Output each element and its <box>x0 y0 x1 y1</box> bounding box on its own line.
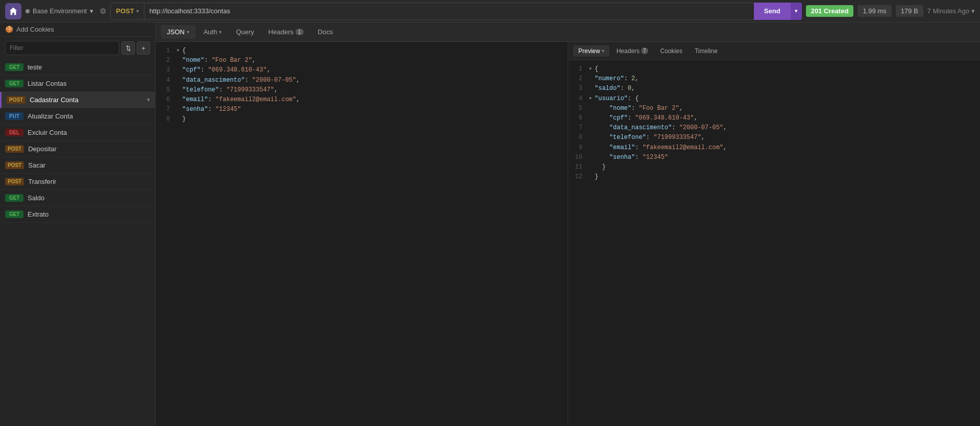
add-cookies-label: Add Cookies <box>16 26 54 33</box>
status-badge: 201 Created <box>806 5 854 17</box>
item-label: Cadastrar Conta <box>30 96 143 104</box>
line-content: "cpf": "069.348.610-43", <box>595 113 975 123</box>
sidebar-item-teste[interactable]: GET teste <box>0 59 155 76</box>
sidebar-item-saldo[interactable]: GET Saldo <box>0 190 155 206</box>
top-bar: Base Environment ▾ ⚙ POST ▾ Send ▾ 201 C… <box>0 0 980 22</box>
gear-icon[interactable]: ⚙ <box>100 7 106 16</box>
item-label: Sacar <box>28 161 150 169</box>
line-content: "data_nascimento": "2000-07-05", <box>182 76 562 85</box>
send-button[interactable]: Send <box>754 3 791 20</box>
line-number: 2 <box>161 56 176 65</box>
line-number: 4 <box>573 94 589 104</box>
item-label: Depositar <box>28 145 150 153</box>
add-request-button[interactable]: + <box>137 41 150 55</box>
sidebar-item-atualizar-conta[interactable]: PUT Atualizar Conta <box>0 108 155 125</box>
fold-icon <box>589 123 595 133</box>
sidebar-item-depositar[interactable]: POST Depositar <box>0 141 155 157</box>
response-tabs: Preview▾Headers7CookiesTimeline <box>568 42 980 60</box>
code-line: 2 "numero": 2, <box>568 74 980 84</box>
request-panel: 1 ▾ { 2 "nome": "Foo Bar 2", 3 "cpf": "0… <box>156 42 568 426</box>
response-panel: Preview▾Headers7CookiesTimeline 1 ▾ { 2 … <box>568 42 980 426</box>
fold-icon <box>176 76 182 85</box>
fold-icon <box>589 143 595 153</box>
code-line: 7 "data_nascimento": "2000-07-05", <box>568 123 980 133</box>
method-badge: POST <box>7 96 26 104</box>
line-number: 8 <box>573 133 589 143</box>
code-line: 1 ▾ { <box>568 64 980 74</box>
tab-label: Timeline <box>695 48 718 55</box>
fold-icon <box>589 133 595 143</box>
line-number: 10 <box>573 153 589 162</box>
env-chevron-icon: ▾ <box>90 7 93 15</box>
code-line: 8 } <box>156 114 568 124</box>
sort-button[interactable]: ⇅ <box>121 41 135 55</box>
sidebar-item-listar-contas[interactable]: GET Listar Contas <box>0 76 155 92</box>
item-label: Extrato <box>28 210 150 218</box>
line-content: "nome": "Foo Bar 2", <box>182 56 562 65</box>
add-cookies-row[interactable]: 🍪 Add Cookies <box>0 22 155 37</box>
sidebar-item-transferir[interactable]: POST Transferir <box>0 174 155 190</box>
method-chevron-icon: ▾ <box>136 8 139 14</box>
line-content: "senha": "12345" <box>595 153 975 162</box>
sidebar-item-cadastrar-conta[interactable]: POST Cadastrar Conta ▾ <box>0 92 155 108</box>
code-line: 7 "senha": "12345" <box>156 105 568 114</box>
fold-icon <box>589 113 595 123</box>
response-tab-cookies[interactable]: Cookies <box>655 45 688 57</box>
request-body: 1 ▾ { 2 "nome": "Foo Bar 2", 3 "cpf": "0… <box>156 42 568 426</box>
url-input[interactable] <box>144 3 754 20</box>
line-number: 11 <box>573 162 589 172</box>
sidebar-item-sacar[interactable]: POST Sacar <box>0 157 155 174</box>
url-bar: POST ▾ Send ▾ <box>110 3 801 20</box>
line-number: 2 <box>573 74 589 84</box>
tab-chevron-icon: ▾ <box>187 29 189 35</box>
code-line: 4 "data_nascimento": "2000-07-05", <box>156 76 568 85</box>
response-body: 1 ▾ { 2 "numero": 2, 3 "saldo": 0, 4 ▾ "… <box>568 60 980 426</box>
response-tab-headers[interactable]: Headers7 <box>611 45 653 57</box>
method-badge: POST <box>5 178 24 185</box>
sidebar-list: GET teste GET Listar Contas POST Cadastr… <box>0 59 155 426</box>
tab-json[interactable]: JSON▾ <box>161 25 195 39</box>
fold-icon <box>589 74 595 84</box>
send-dropdown-button[interactable]: ▾ <box>791 3 802 20</box>
method-selector[interactable]: POST ▾ <box>110 3 144 20</box>
response-time: 1.99 ms <box>857 5 891 17</box>
sidebar-item-extrato[interactable]: GET Extrato <box>0 206 155 223</box>
home-button[interactable] <box>5 3 21 19</box>
filter-input[interactable] <box>5 41 119 55</box>
fold-icon <box>589 162 595 172</box>
item-label: Saldo <box>28 194 150 202</box>
line-content: } <box>595 162 975 172</box>
sidebar-item-excluir-conta[interactable]: DEL Excluir Conta <box>0 125 155 141</box>
line-number: 1 <box>161 46 176 56</box>
tab-docs[interactable]: Docs <box>312 25 339 39</box>
method-badge: GET <box>5 194 23 202</box>
request-tabs-row: JSON▾Auth▾QueryHeaders1Docs <box>156 22 980 42</box>
response-tab-preview[interactable]: Preview▾ <box>573 45 609 57</box>
line-number: 3 <box>573 84 589 93</box>
fold-icon <box>589 104 595 113</box>
code-line: 11 } <box>568 162 980 172</box>
tab-query[interactable]: Query <box>230 25 260 39</box>
tab-auth[interactable]: Auth▾ <box>198 25 228 39</box>
tab-label: Preview <box>578 48 600 55</box>
code-line: 10 "senha": "12345" <box>568 153 980 162</box>
panels: 1 ▾ { 2 "nome": "Foo Bar 2", 3 "cpf": "0… <box>156 42 980 426</box>
line-content: "usuario": { <box>595 94 975 104</box>
fold-icon <box>176 105 182 114</box>
line-content: "numero": 2, <box>595 74 975 84</box>
line-number: 8 <box>161 114 176 124</box>
tab-label: Docs <box>318 28 333 36</box>
item-label: teste <box>28 63 150 71</box>
tab-headers[interactable]: Headers1 <box>262 25 310 39</box>
line-number: 5 <box>573 104 589 113</box>
item-label: Atualizar Conta <box>28 112 150 120</box>
fold-icon <box>589 84 595 93</box>
fold-icon <box>176 114 182 124</box>
response-tab-timeline[interactable]: Timeline <box>690 45 723 57</box>
line-content: "telefone": "71999333547", <box>595 133 975 143</box>
code-line: 6 "email": "fakeemail2@email.com", <box>156 95 568 105</box>
tab-label: Query <box>236 28 254 36</box>
code-line: 12 } <box>568 172 980 182</box>
env-dot <box>26 9 30 13</box>
env-selector[interactable]: Base Environment ▾ <box>26 7 93 15</box>
